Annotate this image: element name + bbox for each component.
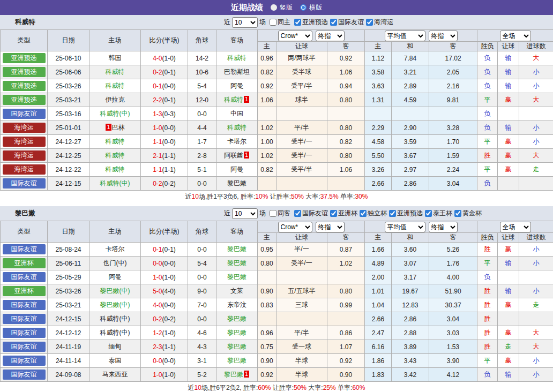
result-handicap: 输 xyxy=(498,79,519,93)
final-odds-select[interactable]: 终指 xyxy=(316,31,345,41)
league-checkbox[interactable] xyxy=(425,210,432,217)
team-label: 阿联酋 xyxy=(224,152,243,159)
avg-home-odds: 6.16 xyxy=(365,340,392,354)
league-checkbox[interactable] xyxy=(389,210,396,217)
match-count-select[interactable]: 10 xyxy=(232,208,258,219)
team-label: 科威特(中) xyxy=(100,110,130,117)
table-row: 国际友谊24-12-15科威特(中)0-2(0-2)0-0黎巴嫩2.662.86… xyxy=(1,177,553,191)
bookmaker-select[interactable]: Crow* xyxy=(278,31,312,41)
corner-score: 4-6 xyxy=(188,326,216,340)
match-date: 24-11-14 xyxy=(48,354,89,368)
match-type-cell: 亚洲预选 xyxy=(1,65,48,79)
match-type-badge: 国际友谊 xyxy=(3,109,46,119)
same-venue-checkbox[interactable] xyxy=(270,210,276,217)
col-odds-home: 主 xyxy=(258,42,276,51)
match-type-badge: 国际友谊 xyxy=(3,314,46,324)
fulltime-score: 0-1 xyxy=(153,82,162,90)
league-filter[interactable]: 亚洲预选 xyxy=(292,18,328,27)
avg-away-odds: 51.90 xyxy=(429,284,477,298)
league-checkbox[interactable] xyxy=(330,210,337,217)
avg-draw-odds: 4.59 xyxy=(392,93,429,107)
result-goals: 小 xyxy=(519,79,553,93)
score-cell: 0-1(0-1) xyxy=(141,243,188,257)
score-cell: 4-0(0-0) xyxy=(141,298,188,312)
league-checkbox[interactable] xyxy=(366,19,373,26)
crow-home-odds: 0.96 xyxy=(258,326,276,340)
final-odds-select[interactable]: 终指 xyxy=(429,31,458,41)
average-select[interactable]: 平均值 xyxy=(385,31,425,41)
away-team: 阿联酋1 xyxy=(216,149,258,163)
league-filter[interactable]: 独立杯 xyxy=(357,209,387,218)
fulltime-select[interactable]: 全场 xyxy=(500,31,531,41)
league-checkbox[interactable] xyxy=(360,210,367,217)
table-row: 国际友谊25-03-21黎巴嫩(中)4-0(0-0)7-0东帝汶0.83三球0.… xyxy=(1,298,553,312)
team-label: 黎巴嫩 xyxy=(227,273,246,281)
avg-away-odds: 1.70 xyxy=(429,135,477,149)
league-filter[interactable]: 黄金杯 xyxy=(452,209,482,218)
score-cell: 1-3(0-3) xyxy=(141,107,188,121)
result-handicap xyxy=(498,312,519,326)
avg-away-odds: 2.05 xyxy=(429,65,477,79)
score-cell: 1-1(0-0) xyxy=(141,135,188,149)
vertical-layout-radio[interactable] xyxy=(271,4,277,11)
league-label: 黄金杯 xyxy=(462,209,482,218)
match-date: 25-03-16 xyxy=(48,107,89,121)
team-label: 科威特 xyxy=(227,54,246,62)
team-label: 泰国 xyxy=(109,357,122,364)
summary-segment: 60% xyxy=(258,384,271,391)
halftime-score: (0-2) xyxy=(162,315,176,323)
section-lebanon: 黎巴嫩 近 10 场 同客 国际友谊亚洲杯独立杯亚洲预选泰王杯黄金杯 类型 日期… xyxy=(0,206,553,392)
league-filter[interactable]: 亚洲预选 xyxy=(387,209,423,218)
same-venue-filter[interactable]: 同主 xyxy=(267,18,290,27)
result-wdl: 负 xyxy=(477,270,498,284)
league-checkbox[interactable] xyxy=(330,19,337,26)
league-filter[interactable]: 泰王杯 xyxy=(423,209,452,218)
final-odds-select[interactable]: 终指 xyxy=(429,222,458,232)
crow-handicap: 平/半 xyxy=(276,326,327,340)
crow-handicap: 半球 xyxy=(276,354,327,368)
league-filter[interactable]: 海湾运 xyxy=(364,18,393,27)
avg-draw-odds: 2.86 xyxy=(392,177,429,191)
result-goals xyxy=(519,270,553,284)
red-card-badge: 1 xyxy=(244,152,249,159)
league-checkbox[interactable] xyxy=(294,210,301,217)
match-type-badge: 海湾运 xyxy=(3,137,46,147)
same-venue-filter[interactable]: 同客 xyxy=(267,209,290,218)
result-handicap: 输 xyxy=(498,368,519,382)
match-type-badge: 国际友谊 xyxy=(3,342,46,352)
col-score: 比分(半场) xyxy=(141,30,188,51)
col-avg-draw: 和 xyxy=(392,233,429,243)
avg-away-odds: 4.12 xyxy=(429,368,477,382)
crow-handicap: 平/半 xyxy=(276,121,327,135)
result-goals: 大 xyxy=(519,340,553,354)
league-filter[interactable]: 亚洲杯 xyxy=(328,209,357,218)
league-filter[interactable]: 国际友谊 xyxy=(328,18,364,27)
average-select[interactable]: 平均值 xyxy=(385,222,425,232)
halftime-score: (0-1) xyxy=(162,246,176,253)
league-filter[interactable]: 国际友谊 xyxy=(292,209,328,218)
col-avg-draw: 和 xyxy=(392,42,429,51)
halftime-score: (4-0) xyxy=(162,288,176,295)
bookmaker-select[interactable]: Crow* xyxy=(278,222,312,232)
avg-away-odds: 4.00 xyxy=(429,270,477,284)
home-team: 缅甸 xyxy=(89,340,141,354)
horizontal-layout-radio[interactable] xyxy=(300,4,307,11)
league-checkbox[interactable] xyxy=(454,210,461,217)
red-card-badge: 1 xyxy=(244,371,249,378)
match-count-select[interactable]: 10 xyxy=(232,17,258,28)
same-venue-checkbox[interactable] xyxy=(270,19,276,26)
fulltime-score: 0-0 xyxy=(153,260,162,267)
crow-home-odds: 0.90 xyxy=(258,284,276,298)
avg-away-odds: 2.24 xyxy=(429,163,477,177)
fulltime-select[interactable]: 全场 xyxy=(500,222,531,232)
team-label: 中国 xyxy=(230,110,243,117)
team-label: 黎巴嫩 xyxy=(224,371,243,378)
league-checkbox[interactable] xyxy=(294,19,301,26)
league-label: 亚洲杯 xyxy=(338,209,357,218)
crow-home-odds: 0.75 xyxy=(258,340,276,354)
table-row: 国际友谊24-11-19缅甸2-3(1-1)4-3黎巴嫩0.75受一球1.076… xyxy=(1,340,553,354)
match-type-cell: 国际友谊 xyxy=(1,298,48,312)
final-odds-select[interactable]: 终指 xyxy=(316,222,345,232)
away-team: 阿曼 xyxy=(216,163,258,177)
home-team: 韩国 xyxy=(89,51,141,65)
